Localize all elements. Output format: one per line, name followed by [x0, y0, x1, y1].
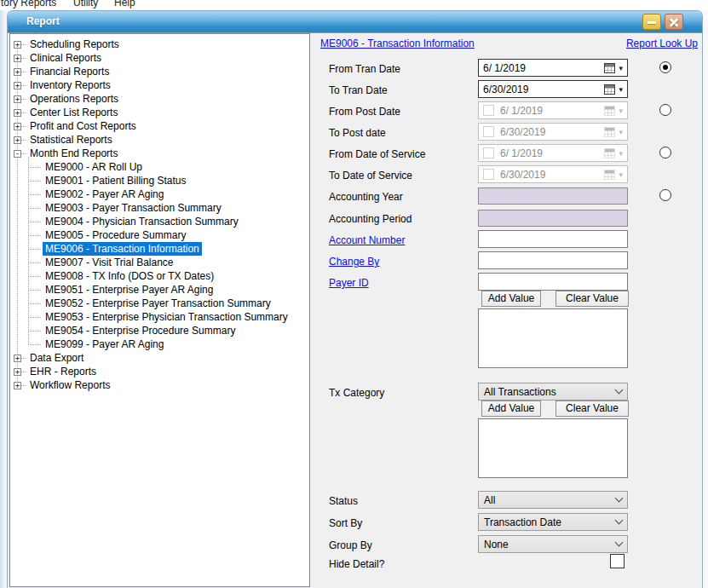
change-by-input[interactable] [478, 251, 628, 269]
tran-date-radio[interactable] [659, 61, 671, 73]
tree-item-label[interactable]: ME9002 - Payer AR Aging [43, 187, 166, 201]
tree-item[interactable]: +Operations Reports [10, 92, 309, 106]
to-tran-date-field[interactable]: 6/30/2019 ▾ [478, 80, 628, 98]
tree-item[interactable]: ME9006 - Transaction Information [10, 242, 309, 256]
tree-item[interactable]: ME9000 - AR Roll Up [10, 160, 309, 174]
add-value-button[interactable]: Add Value [481, 401, 541, 417]
date-enable-checkbox[interactable] [483, 126, 494, 137]
minimize-button[interactable] [642, 14, 661, 30]
tx-category-listbox[interactable] [478, 418, 628, 478]
menu-item-help[interactable]: Help [114, 0, 135, 9]
tree-item-label[interactable]: Statistical Reports [27, 133, 115, 147]
tree-item-label[interactable]: EHR - Reports [27, 365, 99, 378]
sort-by-dropdown[interactable]: Transaction Date [478, 513, 628, 531]
tx-category-dropdown[interactable]: All Transactions [478, 383, 628, 401]
tree-item[interactable]: +Scheduling Reports [10, 37, 309, 51]
title-bar[interactable]: Report [8, 11, 702, 33]
calendar-icon[interactable] [604, 84, 615, 95]
report-title-link[interactable]: ME9006 - Transaction Information [320, 37, 475, 49]
tree-item[interactable]: ME9054 - Enterprise Procedure Summary [10, 324, 309, 337]
tree-item[interactable]: ME9052 - Enterprise Payer Transaction Su… [10, 297, 309, 310]
tree-item-label[interactable]: ME9052 - Enterprise Payer Transaction Su… [43, 297, 273, 310]
tree-item-label[interactable]: Inventory Reports [27, 78, 113, 92]
tree-item-label[interactable]: ME9054 - Enterprise Procedure Summary [43, 324, 238, 337]
tree-item[interactable]: -Month End Reports [10, 147, 309, 160]
expand-icon[interactable]: + [14, 368, 21, 376]
tree-item-label[interactable]: ME9099 - Payer AR Aging [43, 337, 166, 351]
tree-item[interactable]: ME9002 - Payer AR Aging [10, 187, 309, 201]
calendar-icon[interactable] [604, 63, 615, 73]
tree-item[interactable]: +Center List Reports [10, 106, 309, 119]
tree-item-label[interactable]: Clinical Reports [27, 51, 104, 65]
from-tran-date-field[interactable]: 6/ 1/2019 ▾ [478, 59, 628, 77]
expand-icon[interactable]: + [14, 82, 21, 89]
tree-item-label[interactable]: Financial Reports [27, 65, 112, 78]
hide-detail-checkbox[interactable] [610, 554, 625, 568]
tree-item-label[interactable]: Profit and Cost Reports [27, 119, 139, 133]
tree-item-label[interactable]: ME9003 - Payer Transaction Summary [43, 201, 224, 215]
tree-item-label[interactable]: ME9005 - Procedure Summary [43, 228, 188, 242]
collapse-icon[interactable]: - [14, 150, 21, 158]
clear-value-button[interactable]: Clear Value [555, 291, 629, 307]
tree-item[interactable]: ME9004 - Physician Transaction Summary [10, 215, 309, 228]
tree-item-label[interactable]: Data Export [27, 351, 86, 365]
tree-item-label[interactable]: ME9007 - Visit Trial Balance [43, 256, 176, 269]
dropdown-arrow-icon[interactable]: ▾ [619, 85, 623, 94]
tree-item[interactable]: +Workflow Reports [10, 378, 309, 392]
expand-icon[interactable]: + [14, 95, 21, 103]
tree-item-label[interactable]: Workflow Reports [27, 378, 112, 392]
tree-item-label[interactable]: ME9001 - Patient Billing Status [43, 174, 188, 187]
tree-item[interactable]: +EHR - Reports [10, 365, 309, 378]
report-lookup-link[interactable]: Report Look Up [626, 37, 698, 49]
tree-item[interactable]: ME9007 - Visit Trial Balance [10, 256, 309, 269]
tree-item[interactable]: ME9099 - Payer AR Aging [10, 337, 309, 351]
tree-item-label[interactable]: ME9051 - Enterprise Payer AR Aging [43, 283, 216, 297]
expand-icon[interactable]: + [14, 41, 21, 49]
close-button[interactable] [665, 14, 683, 30]
expand-icon[interactable]: + [14, 109, 21, 117]
tree-item[interactable]: +Financial Reports [10, 65, 309, 78]
tree-item[interactable]: ME9008 - TX Info (DOS or TX Dates) [10, 269, 309, 283]
payer-id-link[interactable]: Payer ID [329, 277, 369, 289]
accounting-radio[interactable] [659, 189, 671, 201]
tree-item[interactable]: +Data Export [10, 351, 309, 365]
dropdown-arrow-icon[interactable]: ▾ [619, 64, 623, 72]
payer-value-listbox[interactable] [478, 308, 628, 368]
date-enable-checkbox[interactable] [483, 147, 494, 159]
tree-item[interactable]: ME9051 - Enterprise Payer AR Aging [10, 283, 309, 297]
account-number-link[interactable]: Account Number [329, 234, 405, 246]
change-by-link[interactable]: Change By [329, 256, 379, 268]
tree-item[interactable]: ME9053 - Enterprise Physician Transactio… [10, 310, 309, 324]
tree-item-label[interactable]: ME9004 - Physician Transaction Summary [43, 215, 241, 228]
group-by-dropdown[interactable]: None [478, 535, 628, 553]
tree-item-label[interactable]: Operations Reports [27, 92, 121, 106]
tree-item-label[interactable]: ME9053 - Enterprise Physician Transactio… [43, 310, 291, 324]
tree-item[interactable]: ME9001 - Patient Billing Status [10, 174, 309, 187]
date-enable-checkbox[interactable] [483, 169, 494, 180]
account-number-input[interactable] [478, 230, 628, 248]
status-dropdown[interactable]: All [478, 491, 628, 509]
expand-icon[interactable]: + [14, 68, 21, 76]
expand-icon[interactable]: + [14, 136, 21, 144]
menu-item-utility[interactable]: Utility [73, 0, 98, 9]
tree-item[interactable]: +Statistical Reports [10, 133, 309, 147]
tree-item[interactable]: +Inventory Reports [10, 78, 309, 92]
post-date-radio[interactable] [659, 104, 671, 116]
add-value-button[interactable]: Add Value [481, 291, 541, 307]
clear-value-button[interactable]: Clear Value [555, 401, 629, 417]
tree-item[interactable]: +Clinical Reports [10, 51, 309, 65]
tree-item-label[interactable]: ME9008 - TX Info (DOS or TX Dates) [43, 269, 216, 283]
tree-item[interactable]: +Profit and Cost Reports [10, 119, 309, 133]
menu-item-reports[interactable]: tory Reports [1, 0, 56, 9]
tree-item[interactable]: ME9003 - Payer Transaction Summary [10, 201, 309, 215]
expand-icon[interactable]: + [14, 123, 21, 130]
tree-item-label[interactable]: Center List Reports [27, 106, 120, 119]
dos-radio[interactable] [659, 147, 671, 159]
expand-icon[interactable]: + [14, 382, 21, 389]
tree-item-label[interactable]: Scheduling Reports [27, 37, 122, 51]
tree-item[interactable]: ME9005 - Procedure Summary [10, 228, 309, 242]
report-tree[interactable]: +Scheduling Reports+Clinical Reports+Fin… [9, 33, 310, 587]
tree-item-label[interactable]: ME9006 - Transaction Information [43, 242, 202, 256]
tree-item-label[interactable]: Month End Reports [27, 147, 120, 160]
tree-item-label[interactable]: ME9000 - AR Roll Up [43, 160, 145, 174]
